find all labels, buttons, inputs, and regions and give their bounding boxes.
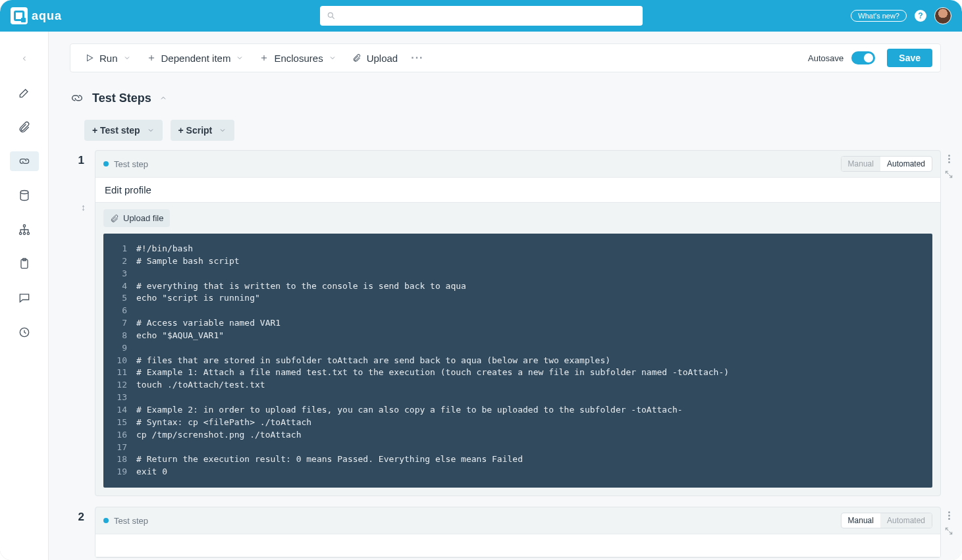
rail-item-history[interactable] <box>10 322 39 342</box>
svg-point-6 <box>27 232 29 234</box>
step-menu-button[interactable] <box>948 511 950 520</box>
step-menu-button[interactable] <box>948 155 950 163</box>
autosave-toggle[interactable] <box>851 51 875 64</box>
search-icon <box>327 11 336 20</box>
mode-automated[interactable]: Automated <box>880 513 932 528</box>
action-toolbar: Run Dependent item Enclosures Upload <box>70 43 941 72</box>
section-title: Test Steps <box>92 91 151 105</box>
chevron-down-icon <box>236 54 244 62</box>
sitemap-icon <box>18 223 31 236</box>
rail-item-edit[interactable] <box>10 83 39 103</box>
mode-manual[interactable]: Manual <box>842 513 880 528</box>
mode-automated[interactable]: Automated <box>880 157 932 171</box>
chevron-left-icon <box>20 55 28 63</box>
dependent-label: Dependent item <box>161 53 231 64</box>
database-icon <box>18 189 31 202</box>
rail-item-attach[interactable] <box>10 117 39 137</box>
brand-text: aqua <box>32 9 62 23</box>
upload-file-label: Upload file <box>123 213 163 223</box>
add-test-step-button[interactable]: + Test step <box>84 120 163 141</box>
clock-icon <box>18 326 31 339</box>
status-dot-icon <box>103 161 109 166</box>
steps-icon <box>70 91 84 105</box>
upload-button[interactable]: Upload <box>346 49 405 68</box>
drag-handle-icon[interactable]: ↕ <box>81 202 86 213</box>
svg-line-1 <box>332 17 334 19</box>
chevron-down-icon <box>123 54 131 62</box>
svg-point-4 <box>19 232 21 234</box>
mode-manual[interactable]: Manual <box>842 157 880 171</box>
clipboard-icon <box>18 257 31 270</box>
whats-new-button[interactable]: What's new? <box>851 10 907 22</box>
link-icon <box>18 155 31 168</box>
expand-icon[interactable] <box>944 526 953 536</box>
rail-item-tree[interactable] <box>10 220 39 240</box>
step-title-input[interactable] <box>95 534 940 557</box>
main-panel: Run Dependent item Enclosures Upload <box>49 32 962 560</box>
svg-marker-10 <box>88 55 93 61</box>
rail-item-task[interactable] <box>10 254 39 274</box>
play-icon <box>85 53 94 63</box>
upload-file-button[interactable]: Upload file <box>103 209 170 227</box>
logo-mark-icon <box>11 7 28 24</box>
global-search[interactable] <box>320 6 643 26</box>
mode-toggle[interactable]: Manual Automated <box>841 513 932 528</box>
enclosures-button[interactable]: Enclosures <box>253 49 342 68</box>
edit-icon <box>18 86 31 99</box>
upload-label: Upload <box>367 53 398 64</box>
more-actions-button[interactable]: ··· <box>407 52 427 64</box>
enclosures-label: Enclosures <box>274 53 323 64</box>
collapse-rail-button[interactable] <box>10 49 39 68</box>
step-index: 2 <box>70 507 84 558</box>
step-title-input[interactable]: Edit profile <box>95 177 940 203</box>
svg-point-3 <box>23 225 25 227</box>
autosave-label: Autosave <box>808 53 843 63</box>
expand-icon[interactable] <box>944 170 953 179</box>
step-row: 1 ↕ Test step Manual Automated <box>70 150 941 496</box>
paperclip-icon <box>18 120 31 134</box>
status-dot-icon <box>103 518 109 523</box>
svg-point-5 <box>23 232 25 234</box>
run-label: Run <box>99 53 118 64</box>
rail-item-db[interactable] <box>10 186 39 205</box>
run-button[interactable]: Run <box>78 49 138 68</box>
rail-item-chat[interactable] <box>10 288 39 308</box>
left-rail <box>0 32 49 560</box>
rail-item-steps[interactable] <box>10 151 39 171</box>
step-row: 2 Test step Manual Automated <box>70 507 941 558</box>
chevron-up-icon <box>159 94 167 102</box>
help-button[interactable]: ? <box>915 10 926 22</box>
add-test-step-label: + Test step <box>92 125 140 136</box>
step-card: ↕ Test step Manual Automated <box>95 150 941 496</box>
step-type-label: Test step <box>114 159 148 169</box>
dependent-item-button[interactable]: Dependent item <box>140 49 251 68</box>
step-card: Test step Manual Automated <box>95 507 941 558</box>
chat-icon <box>18 292 31 305</box>
svg-point-2 <box>20 191 28 194</box>
brand-logo[interactable]: aqua <box>11 7 62 24</box>
top-bar: aqua What's new? ? <box>0 0 962 32</box>
svg-point-0 <box>328 13 333 17</box>
add-script-button[interactable]: + Script <box>171 120 235 141</box>
plus-icon <box>147 53 156 63</box>
avatar[interactable] <box>934 7 951 24</box>
add-script-label: + Script <box>178 125 213 136</box>
save-button[interactable]: Save <box>887 49 932 67</box>
chevron-down-icon <box>219 126 227 134</box>
chevron-down-icon <box>147 126 155 134</box>
code-editor[interactable]: 1#!/bin/bash2# Sample bash script34# eve… <box>103 234 932 488</box>
paperclip-icon <box>110 214 119 223</box>
paperclip-icon <box>352 53 361 63</box>
section-heading[interactable]: Test Steps <box>70 91 941 105</box>
mode-toggle[interactable]: Manual Automated <box>841 156 932 172</box>
plus-icon <box>259 53 269 63</box>
step-type-label: Test step <box>114 516 148 526</box>
chevron-down-icon <box>329 54 336 62</box>
